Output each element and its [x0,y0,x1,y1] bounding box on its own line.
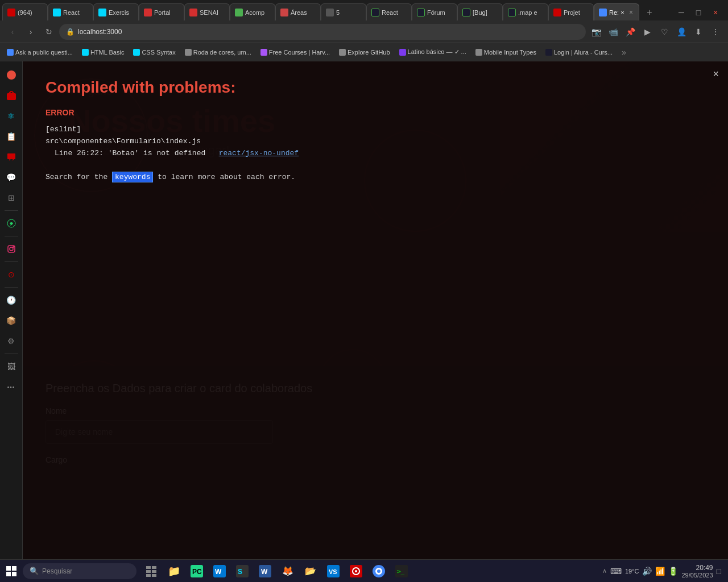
taskbar-terminal-icon[interactable]: >_ [391,561,412,581]
svg-text:W: W [261,568,268,576]
bookmark-label-5: Free Courses | Harv... [269,49,330,56]
sidebar-more-icon[interactable]: ••• [2,378,20,396]
tab-10[interactable]: Fórum [412,3,457,20]
sidebar-settings-icon[interactable]: ⚙ [2,332,20,350]
tab-13[interactable]: Projet [548,3,594,20]
svg-rect-12 [152,566,156,569]
profile-icon[interactable]: 👤 [673,24,689,40]
taskbar-file-icon[interactable]: 📁 [164,561,184,581]
taskbar-vscode-icon[interactable]: VS [323,561,344,581]
taskbar-chrome-icon[interactable] [369,561,389,581]
tab-5[interactable]: SENAI [184,3,230,20]
error-type-label: ERROR [46,108,705,117]
sidebar-box-icon[interactable]: 📦 [2,311,20,330]
sidebar-history-icon[interactable]: 🕐 [2,291,20,309]
bookmark-8[interactable]: Mobile Input Types [473,48,539,57]
forward-button[interactable]: › [23,24,39,40]
sidebar-sep-5 [5,354,18,354]
tab-favicon-4 [144,9,152,16]
bookmark-9[interactable]: Login | Alura - Curs... [543,48,615,57]
bookmark-3[interactable]: CSS Syntax [131,48,177,57]
minimize-button[interactable]: ─ [673,5,689,20]
tab-11[interactable]: [Bug] [457,3,503,20]
tab-label-8: 5 [336,9,340,16]
tab-6[interactable]: Acomp [230,3,275,20]
page-content: + organo Nossos times organizados em um … [23,61,728,559]
taskbar-search-area[interactable]: 🔍 Pesquisar [23,563,136,579]
url-text: localhost:3000 [78,28,122,36]
sidebar-twitch-icon[interactable] [2,148,20,166]
reload-button[interactable]: ↻ [41,24,57,40]
sidebar-circle-icon[interactable]: ⊙ [2,265,20,284]
taskbar-view-switcher[interactable] [141,561,162,581]
sidebar-gallery-icon[interactable]: 🖼 [2,357,20,376]
bookmark-5[interactable]: Free Courses | Harv... [258,48,332,57]
taskbar-firefox-icon[interactable]: 🦊 [278,561,298,581]
browser-menu-icon[interactable]: ⋮ [708,24,723,40]
bookmark-4[interactable]: Roda de cores, um... [183,48,254,57]
bookmark-1[interactable]: Ask a public questi... [5,48,75,57]
taskbar-temperature: 19°C [625,568,639,575]
taskbar-right: ∧ ⌨ 19°C 🔊 📶 🔋 20:49 29/05/2023 □ [595,564,728,579]
tab-12[interactable]: .map e [503,3,548,20]
back-button[interactable]: ‹ [5,24,20,40]
tab-4[interactable]: Portal [139,3,184,20]
pin-icon[interactable]: 📌 [622,24,638,40]
tab-favicon-7 [280,9,288,16]
bookmark-6[interactable]: Explore GitHub [337,48,392,57]
eslint-label: [eslint] [46,124,705,136]
taskbar-pycharm-icon[interactable]: PC [187,561,207,581]
sidebar-exercise-icon[interactable]: 📋 [2,127,20,146]
play-icon[interactable]: ▶ [639,24,655,40]
taskbar-app4[interactable]: W [209,561,230,581]
bookmark-label-2: HTML Basic [90,49,125,56]
svg-point-32 [377,569,380,573]
sidebar-notification-icon[interactable] [2,86,20,105]
heart-icon[interactable]: ♡ [656,24,672,40]
sidebar-dashboard-icon[interactable]: ⊞ [2,189,20,207]
tab-favicon-6 [235,9,243,16]
bookmark-label-4: Roda de cores, um... [193,49,251,56]
sidebar-whatsapp-icon[interactable] [2,214,20,232]
taskbar-app10[interactable] [346,561,366,581]
svg-rect-16 [152,574,156,577]
tab-1[interactable]: (964) [2,3,48,20]
bookmark-icon-6 [339,49,346,56]
maximize-button[interactable]: □ [690,5,706,20]
windows-button[interactable] [0,560,23,583]
taskbar-volume-icon: 🔊 [642,567,652,576]
taskbar-app5[interactable]: S [232,561,253,581]
tab-7[interactable]: Áreas [275,3,321,20]
taskbar-search-text: Pesquisar [42,567,72,575]
url-bar[interactable]: 🔒 localhost:3000 [59,24,586,40]
camera-icon[interactable]: 📹 [605,24,621,40]
sidebar-react-icon[interactable]: ⚛ [2,107,20,125]
tab-close-14[interactable]: × [628,9,634,16]
tab-9[interactable]: React [366,3,412,20]
error-file-path: src\componentes\Formulario\index.js [46,136,705,148]
taskbar-word-icon[interactable]: W [255,561,275,581]
download-icon[interactable]: ⬇ [690,24,706,40]
sidebar-instagram-icon[interactable] [2,240,20,258]
search-text-after: to learn more about each error. [153,173,295,181]
tab-3[interactable]: Exercis [93,3,139,20]
bookmark-label-3: CSS Syntax [142,49,175,56]
new-tab-button[interactable]: + [642,5,657,20]
sidebar-profile-icon[interactable] [2,66,20,84]
tab-8[interactable]: 5 [321,3,366,20]
taskbar-notification-icon: □ [717,567,721,576]
error-link[interactable]: react/jsx-no-undef [219,149,299,157]
error-close-button[interactable]: × [713,68,719,80]
sidebar-chat-icon[interactable]: 💬 [2,168,20,186]
search-text-before: Search for the [46,173,112,181]
bookmark-7[interactable]: Latino básico — ✓ ... [397,47,469,57]
screenshot-icon[interactable]: 📷 [588,24,604,40]
tab-14[interactable]: Re: × × [594,3,639,20]
bookmark-icon-4 [185,49,192,56]
bookmarks-more-button[interactable]: » [619,48,628,57]
bookmark-2[interactable]: HTML Basic [80,48,127,57]
tab-2[interactable]: React [48,3,93,20]
svg-rect-7 [6,566,11,571]
close-button[interactable]: × [708,5,723,20]
taskbar-folder-icon[interactable]: 📂 [300,561,321,581]
